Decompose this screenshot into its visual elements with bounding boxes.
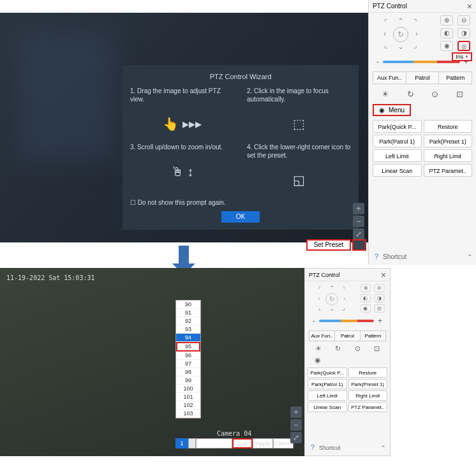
preset-item[interactable]: 92 bbox=[176, 317, 200, 325]
wiper-icon[interactable]: ↻ bbox=[407, 89, 414, 99]
speed-plus[interactable]: + bbox=[378, 316, 382, 325]
zoom-out-icon[interactable]: ⊖ bbox=[375, 284, 385, 292]
menu-icon[interactable]: ◉ bbox=[315, 356, 321, 364]
tab-aux[interactable]: Aux Fun.. bbox=[309, 331, 335, 341]
linear-scan-button[interactable]: Linear Scan bbox=[308, 402, 347, 412]
zoom-out-button[interactable]: − bbox=[353, 216, 364, 227]
apply-button[interactable]: Apply bbox=[253, 438, 273, 448]
set-preset-icon[interactable] bbox=[352, 239, 366, 251]
expand-button[interactable]: ⤢ bbox=[290, 432, 302, 443]
tab-patrol[interactable]: Patrol bbox=[406, 72, 440, 84]
close-icon[interactable]: × bbox=[381, 270, 386, 280]
preset-item[interactable]: 90 bbox=[176, 300, 200, 309]
iris-close-icon[interactable]: ◎ bbox=[457, 41, 470, 51]
aux-icon[interactable]: ⊡ bbox=[456, 89, 463, 99]
zoom-in-button[interactable]: + bbox=[290, 406, 302, 418]
left-limit-button[interactable]: Left Limit bbox=[373, 149, 422, 162]
menu-icon[interactable]: ◉ bbox=[379, 107, 385, 114]
park-patrol-button[interactable]: Park(Patrol 1) bbox=[373, 135, 422, 147]
preset-item[interactable]: 98 bbox=[176, 368, 200, 376]
aux-icon[interactable]: ⊡ bbox=[374, 345, 380, 353]
help-icon[interactable]: ？ bbox=[309, 442, 316, 453]
right-limit-button[interactable]: Right Limit bbox=[424, 149, 473, 162]
menu-button[interactable]: Menu bbox=[389, 107, 405, 114]
preset-item-selected[interactable]: 94 bbox=[176, 334, 200, 342]
preset-name-input[interactable] bbox=[196, 438, 232, 448]
zoom-in-button[interactable]: + bbox=[353, 203, 364, 214]
preset-item-highlighted[interactable]: 95 bbox=[176, 342, 200, 352]
preset-item[interactable]: 93 bbox=[176, 325, 200, 334]
ok-button[interactable]: OK bbox=[221, 211, 260, 223]
dpad-downleft[interactable]: ⌞ bbox=[380, 40, 392, 51]
dpad-left[interactable]: ‹ bbox=[315, 294, 324, 303]
preset-item[interactable]: 99 bbox=[176, 376, 200, 385]
dpad-upleft[interactable]: ⌜ bbox=[380, 17, 392, 28]
right-limit-button[interactable]: Right Limit bbox=[348, 390, 388, 401]
iris-close-icon[interactable]: ◎ bbox=[375, 304, 385, 313]
expand-icon[interactable]: ⌃ bbox=[381, 445, 386, 451]
dpad-downright[interactable]: ⌟ bbox=[410, 40, 421, 51]
speed-slider[interactable] bbox=[383, 61, 460, 63]
preset-item[interactable]: 103 bbox=[176, 410, 200, 418]
video-viewport-top[interactable]: PTZ Control Wizard 1. Drag the image to … bbox=[0, 13, 368, 242]
iris-open-icon[interactable]: ◉ bbox=[361, 304, 371, 313]
light-icon[interactable]: ☀ bbox=[382, 89, 389, 99]
dpad-upright[interactable]: ⌝ bbox=[339, 285, 348, 294]
preset-item[interactable]: 96 bbox=[176, 352, 200, 360]
park-preset-button[interactable]: Park(Preset 1) bbox=[348, 379, 388, 389]
restore-button[interactable]: Restore bbox=[348, 367, 388, 378]
help-icon[interactable]: ？ bbox=[373, 251, 380, 262]
dpad-right[interactable]: › bbox=[411, 28, 422, 40]
preset-item[interactable]: 102 bbox=[176, 401, 200, 410]
park-patrol-button[interactable]: Park(Patrol 1) bbox=[308, 379, 347, 389]
park-quick-button[interactable]: Park(Quick P... bbox=[308, 367, 347, 378]
dpad-right[interactable]: › bbox=[340, 294, 349, 303]
expand-icon[interactable]: ⌃ bbox=[467, 253, 472, 260]
dpad-center[interactable]: ↻ bbox=[325, 293, 338, 305]
dpad-center[interactable]: ↻ bbox=[393, 27, 408, 42]
dpad-down[interactable]: ⌄ bbox=[327, 304, 336, 313]
tab-patrol[interactable]: Patrol bbox=[335, 331, 361, 341]
tab-pattern[interactable]: Pattern bbox=[439, 72, 472, 84]
wiper-icon[interactable]: ↻ bbox=[335, 345, 341, 353]
dpad-upright[interactable]: ⌝ bbox=[410, 17, 421, 28]
call-button[interactable]: Call bbox=[232, 438, 253, 448]
left-limit-button[interactable]: Left Limit bbox=[308, 390, 347, 401]
ptz-param-button[interactable]: PTZ Paramet.. bbox=[424, 164, 473, 177]
park-preset-button[interactable]: Park(Preset 1) bbox=[424, 135, 473, 147]
focus-out-icon[interactable]: ◑ bbox=[457, 28, 470, 38]
focus-out-icon[interactable]: ◑ bbox=[375, 294, 385, 302]
zoom-in-icon[interactable]: ⊕ bbox=[361, 284, 371, 292]
focus-in-icon[interactable]: ◐ bbox=[361, 294, 371, 302]
video-viewport-bottom[interactable]: 11-19-2022 Sat 15:03:31 Camera 04 90 91 … bbox=[0, 268, 304, 456]
park-quick-button[interactable]: Park(Quick P... bbox=[373, 120, 422, 133]
dpad-upleft[interactable]: ⌜ bbox=[315, 285, 324, 294]
tab-pattern[interactable]: Pattern bbox=[361, 331, 385, 341]
speed-minus[interactable]: - bbox=[376, 57, 379, 66]
iris-open-icon[interactable]: ◉ bbox=[440, 41, 453, 51]
ptz-param-button[interactable]: PTZ Paramet.. bbox=[348, 402, 388, 412]
zoom-out-icon[interactable]: ⊖ bbox=[457, 15, 470, 26]
preset-item[interactable]: 100 bbox=[176, 385, 200, 393]
zoom-in-icon[interactable]: ⊕ bbox=[440, 15, 453, 26]
dpad-downright[interactable]: ⌟ bbox=[339, 303, 348, 312]
speed-minus[interactable]: - bbox=[313, 316, 315, 325]
expand-button[interactable]: ⤢ bbox=[353, 228, 364, 240]
dpad-left[interactable]: ‹ bbox=[379, 28, 390, 40]
zoom-out-button[interactable]: − bbox=[290, 419, 302, 431]
tab-aux[interactable]: Aux Fun.. bbox=[373, 72, 406, 84]
lens-icon[interactable]: ⊙ bbox=[431, 89, 438, 99]
preset-item[interactable]: 97 bbox=[176, 360, 200, 368]
preset-item[interactable]: 91 bbox=[176, 309, 200, 317]
lens-icon[interactable]: ⊙ bbox=[355, 345, 361, 353]
focus-in-icon[interactable]: ◐ bbox=[440, 28, 453, 38]
dpad-up[interactable]: ⌃ bbox=[327, 284, 336, 293]
dpad-downleft[interactable]: ⌞ bbox=[315, 303, 324, 312]
preset-number[interactable]: 1 bbox=[175, 438, 188, 448]
dpad-up[interactable]: ⌃ bbox=[395, 15, 406, 27]
light-icon[interactable]: ☀ bbox=[315, 345, 322, 353]
dont-show-checkbox[interactable]: ☐ Do not show this prompt again. bbox=[130, 199, 351, 206]
speed-slider[interactable] bbox=[319, 320, 374, 322]
dpad-down[interactable]: ⌄ bbox=[395, 41, 406, 52]
preset-item[interactable]: 101 bbox=[176, 393, 200, 401]
